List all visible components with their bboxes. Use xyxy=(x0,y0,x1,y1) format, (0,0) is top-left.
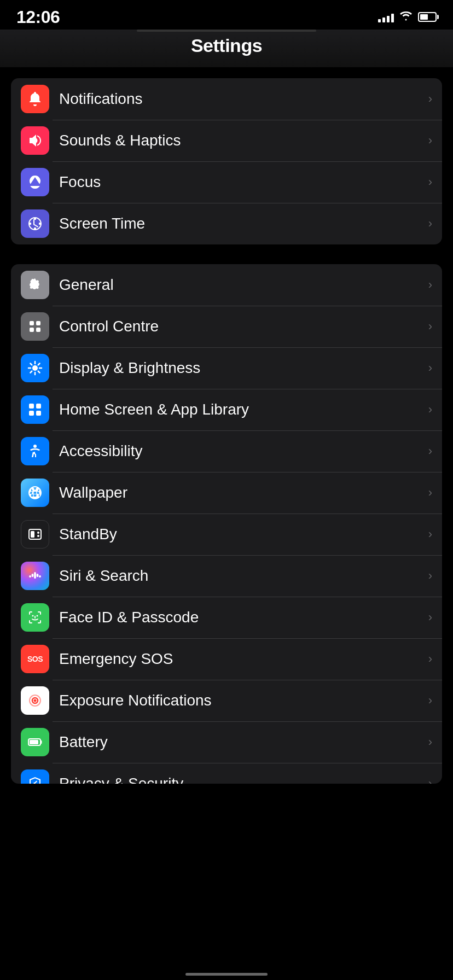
battery-icon xyxy=(21,728,49,756)
svg-rect-3 xyxy=(29,223,31,225)
chevron-icon: › xyxy=(428,92,432,106)
focus-label: Focus xyxy=(59,173,424,191)
wallpaper-label: Wallpaper xyxy=(59,484,424,501)
status-bar: 12:06 xyxy=(0,0,453,30)
chevron-icon: › xyxy=(428,777,432,784)
chevron-icon: › xyxy=(428,133,432,148)
svg-point-27 xyxy=(37,615,38,617)
status-time: 12:06 xyxy=(16,7,60,27)
sidebar-item-general[interactable]: General › xyxy=(11,264,442,306)
siri-label: Siri & Search xyxy=(59,567,424,585)
face-id-label: Face ID & Passcode xyxy=(59,609,424,626)
signal-icon xyxy=(378,11,394,22)
svg-rect-5 xyxy=(36,321,40,325)
sidebar-item-wallpaper[interactable]: Wallpaper › xyxy=(11,472,442,514)
svg-point-30 xyxy=(34,699,37,702)
chevron-icon: › xyxy=(428,319,432,334)
svg-rect-32 xyxy=(40,740,42,744)
sidebar-item-battery[interactable]: Battery › xyxy=(11,721,442,763)
sidebar-item-sounds-haptics[interactable]: Sounds & Haptics › xyxy=(11,120,442,161)
chevron-icon: › xyxy=(428,486,432,500)
chevron-icon: › xyxy=(428,652,432,666)
svg-rect-20 xyxy=(36,411,41,416)
sidebar-item-privacy-security[interactable]: Privacy & Security › xyxy=(11,763,442,784)
settings-group-1: Notifications › Sounds & Haptics › Focus… xyxy=(11,78,442,244)
standby-icon xyxy=(21,520,49,549)
battery-status-icon xyxy=(418,12,437,22)
notifications-icon xyxy=(21,85,49,113)
chevron-icon: › xyxy=(428,361,432,375)
siri-icon xyxy=(21,562,49,590)
svg-line-16 xyxy=(31,371,32,373)
chevron-icon: › xyxy=(428,610,432,625)
chevron-icon: › xyxy=(428,402,432,417)
page-title: Settings xyxy=(0,35,453,56)
privacy-label: Privacy & Security xyxy=(59,775,424,784)
accessibility-icon xyxy=(21,437,49,465)
svg-line-14 xyxy=(38,371,40,373)
sidebar-item-emergency-sos[interactable]: SOS Emergency SOS › xyxy=(11,638,442,680)
emergency-sos-icon: SOS xyxy=(21,645,49,673)
svg-rect-7 xyxy=(36,328,40,332)
svg-line-13 xyxy=(31,364,32,365)
home-screen-icon xyxy=(21,395,49,424)
sidebar-item-control-centre[interactable]: Control Centre › xyxy=(11,306,442,347)
svg-point-8 xyxy=(32,365,38,371)
battery-label: Battery xyxy=(59,733,424,751)
general-label: General xyxy=(59,276,424,294)
screen-time-label: Screen Time xyxy=(59,215,424,232)
svg-rect-19 xyxy=(29,411,34,416)
sidebar-item-face-id[interactable]: Face ID & Passcode › xyxy=(11,597,442,638)
chevron-icon: › xyxy=(428,569,432,583)
sidebar-item-accessibility[interactable]: Accessibility › xyxy=(11,430,442,472)
screen-time-icon xyxy=(21,209,49,238)
standby-label: StandBy xyxy=(59,526,424,543)
sidebar-item-home-screen[interactable]: Home Screen & App Library › xyxy=(11,389,442,430)
chevron-icon: › xyxy=(428,278,432,292)
svg-rect-0 xyxy=(34,218,36,220)
emergency-sos-label: Emergency SOS xyxy=(59,650,424,668)
home-indicator xyxy=(185,973,268,976)
chevron-icon: › xyxy=(428,444,432,458)
chevron-icon: › xyxy=(428,735,432,749)
settings-group-2: General › Control Centre › xyxy=(11,264,442,784)
accessibility-label: Accessibility xyxy=(59,442,424,460)
control-centre-icon xyxy=(21,312,49,341)
svg-point-26 xyxy=(32,615,34,617)
svg-rect-4 xyxy=(30,321,34,325)
sidebar-item-screen-time[interactable]: Screen Time › xyxy=(11,203,442,244)
sidebar-item-exposure-notifications[interactable]: Exposure Notifications › xyxy=(11,680,442,721)
exposure-icon xyxy=(21,686,49,715)
page-header: Settings xyxy=(0,30,453,67)
svg-rect-23 xyxy=(31,531,34,538)
svg-rect-6 xyxy=(30,328,34,332)
face-id-icon xyxy=(21,603,49,632)
notifications-label: Notifications xyxy=(59,90,424,108)
svg-line-15 xyxy=(38,364,40,365)
svg-rect-2 xyxy=(39,223,41,225)
sounds-label: Sounds & Haptics xyxy=(59,132,424,149)
sidebar-item-display-brightness[interactable]: Display & Brightness › xyxy=(11,347,442,389)
control-centre-label: Control Centre xyxy=(59,318,424,335)
chevron-icon: › xyxy=(428,693,432,708)
svg-rect-17 xyxy=(29,404,34,409)
wallpaper-icon xyxy=(21,479,49,507)
svg-point-24 xyxy=(37,532,39,534)
exposure-label: Exposure Notifications xyxy=(59,692,424,709)
display-brightness-icon xyxy=(21,354,49,382)
settings-container: Notifications › Sounds & Haptics › Focus… xyxy=(0,78,453,784)
sidebar-item-standby[interactable]: StandBy › xyxy=(11,514,442,555)
svg-rect-1 xyxy=(34,228,36,230)
display-brightness-label: Display & Brightness xyxy=(59,359,424,377)
svg-point-25 xyxy=(37,535,39,537)
chevron-icon: › xyxy=(428,217,432,231)
svg-rect-33 xyxy=(30,740,38,744)
focus-icon xyxy=(21,168,49,196)
status-icons xyxy=(378,11,437,24)
sidebar-item-siri-search[interactable]: Siri & Search › xyxy=(11,555,442,597)
general-icon xyxy=(21,271,49,299)
privacy-icon xyxy=(21,769,49,784)
chevron-icon: › xyxy=(428,175,432,189)
sidebar-item-focus[interactable]: Focus › xyxy=(11,161,442,203)
sidebar-item-notifications[interactable]: Notifications › xyxy=(11,78,442,120)
